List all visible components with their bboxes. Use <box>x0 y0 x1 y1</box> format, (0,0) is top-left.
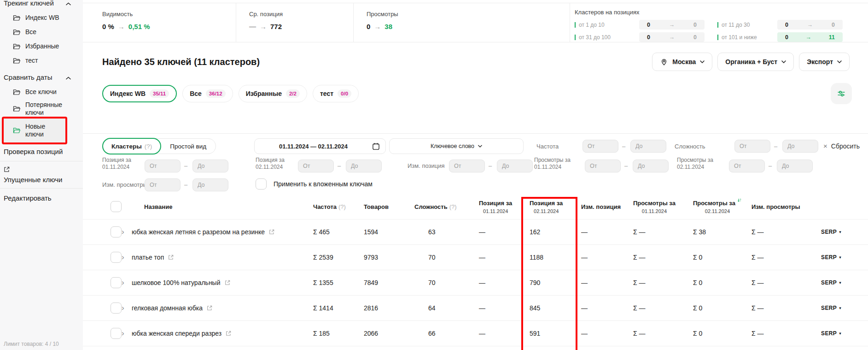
col-difficulty[interactable]: Сложность(?) <box>414 203 457 210</box>
row-checkbox[interactable] <box>111 252 122 263</box>
sidebar-group-tracking[interactable]: Трекинг ключей <box>0 0 83 11</box>
views1-from-input[interactable] <box>585 160 621 172</box>
views-change-from-input[interactable] <box>145 178 181 191</box>
cluster-pill: 0 → 0 <box>639 20 705 30</box>
keyword-name[interactable]: юбка женская летняя с разрезом на резинк… <box>132 228 265 236</box>
difficulty-value: 70 <box>414 279 479 286</box>
table-settings-button[interactable] <box>831 83 852 104</box>
frequency-value: Σ 1355 <box>313 279 364 286</box>
sidebar-link-edit[interactable]: Редактировать <box>0 189 83 207</box>
views2-from-input[interactable] <box>729 160 765 172</box>
sidebar-link-position-check[interactable]: Проверка позиций <box>0 142 83 160</box>
col-frequency[interactable]: Частота(?) <box>313 203 346 210</box>
sort-icon[interactable] <box>737 198 742 202</box>
views-change-to-input[interactable] <box>192 178 228 191</box>
traffic-type-button[interactable]: Органика + Буст <box>717 53 794 71</box>
serp-button[interactable]: SERP▾ <box>817 305 868 311</box>
keyword-name[interactable]: гелковая домнная юбка <box>132 304 203 312</box>
expand-chevron-icon[interactable]: › <box>122 305 124 311</box>
pos-change-to-input[interactable] <box>497 160 533 172</box>
expand-chevron-icon[interactable]: › <box>122 279 124 286</box>
difficulty-from-input[interactable] <box>734 140 770 153</box>
sidebar-link-missed-keys[interactable]: Упущенные ключи <box>0 162 69 188</box>
sidebar-group-compare-dates[interactable]: Сравнить даты <box>0 70 83 85</box>
difficulty-to-input[interactable] <box>782 140 818 153</box>
views1-to-input[interactable] <box>633 160 669 172</box>
row-checkbox[interactable] <box>111 303 122 314</box>
external-link-icon[interactable] <box>226 331 231 336</box>
sidebar-item-label: Все <box>25 28 36 36</box>
pos1-value: — <box>479 254 530 261</box>
sidebar-item-all-keys[interactable]: Все ключи <box>0 85 83 99</box>
view-mode-clusters[interactable]: Кластеры (?) <box>102 138 161 154</box>
col-views1[interactable]: Просмотры за01.11.2024 <box>633 200 676 214</box>
frequency-from-input[interactable] <box>583 140 618 153</box>
keyword-name[interactable]: юбка женская спереди разрез <box>132 330 221 337</box>
col-pos2[interactable]: Позиция за02.11.2024 <box>530 200 563 214</box>
external-link-icon[interactable] <box>207 305 212 311</box>
products-value: 2816 <box>364 304 414 312</box>
external-link-icon[interactable] <box>225 280 230 285</box>
frequency-value: Σ 465 <box>313 228 364 236</box>
expand-chevron-icon[interactable]: › <box>122 254 124 261</box>
table-row: › гелковая домнная юбка Σ 1414 2816 64 —… <box>83 296 868 321</box>
pos1-from-input[interactable] <box>145 160 181 172</box>
external-link-icon[interactable] <box>269 229 274 235</box>
col-views2[interactable]: Просмотры за02.11.2024 <box>693 200 742 214</box>
help-hint: (?) <box>449 203 457 210</box>
expand-chevron-icon[interactable]: › <box>122 229 124 235</box>
clusters-row: от 31 до 100 0 → 0 от 101 и ниже 0 → 11 <box>575 32 868 42</box>
keyword-select[interactable]: Ключевое слово <box>389 138 524 154</box>
pos-change-from-input[interactable] <box>449 160 485 172</box>
tab-count-badge: 35/11 <box>150 89 169 98</box>
caret-down-icon: ▾ <box>839 306 841 310</box>
col-products[interactable]: Товаров <box>364 203 389 210</box>
col-pos1[interactable]: Позиция за01.11.2024 <box>479 200 512 214</box>
views2-to-input[interactable] <box>777 160 813 172</box>
tab-all[interactable]: Все 36/12 <box>182 85 233 102</box>
serp-button[interactable]: SERP▾ <box>817 254 868 261</box>
chevron-down-icon <box>700 60 705 63</box>
views1-value: Σ — <box>633 254 693 261</box>
products-limit-label: Лимит товаров: 4 / 10 <box>4 341 59 347</box>
pos2-from-input[interactable] <box>298 160 334 172</box>
sidebar-item-lost-keys[interactable]: Потерянные ключи <box>0 99 83 119</box>
sidebar-item-index-wb[interactable]: Индекс WB <box>0 11 83 25</box>
sidebar-item-favorites[interactable]: Избранные <box>0 39 83 53</box>
frequency-to-input[interactable] <box>630 140 666 153</box>
sidebar-item-test[interactable]: тест <box>0 53 83 68</box>
export-button[interactable]: Экспорт <box>799 53 850 71</box>
view-mode-simple[interactable]: Простой вид <box>161 143 216 150</box>
tab-favorites[interactable]: Избранные 2/2 <box>239 85 307 102</box>
help-hint[interactable]: (?) <box>145 143 152 150</box>
sidebar-item-all[interactable]: Все <box>0 25 83 39</box>
views-to: 38 <box>384 23 392 30</box>
city-button[interactable]: Москва <box>652 53 712 71</box>
tab-test[interactable]: тест 0/0 <box>313 85 359 102</box>
select-all-checkbox[interactable] <box>111 201 122 212</box>
tab-index-wb[interactable]: Индекс WB 35/11 <box>102 85 177 102</box>
frequency-value: Σ 185 <box>313 330 364 337</box>
apply-nested-checkbox[interactable] <box>256 178 267 190</box>
pos2-to-input[interactable] <box>346 160 382 172</box>
serp-button[interactable]: SERP▾ <box>817 330 868 337</box>
pos1-to-input[interactable] <box>192 160 228 172</box>
products-value: 9793 <box>364 254 414 261</box>
keyword-name[interactable]: шелковое 100% натуральный <box>132 279 221 286</box>
reset-filters-button[interactable]: × Сбросить <box>823 142 860 150</box>
col-views-change[interactable]: Изм. просмотры <box>751 203 800 210</box>
date-range-picker[interactable]: 01.11.2024 — 02.11.2024 <box>254 138 386 154</box>
external-link-icon[interactable] <box>168 255 174 260</box>
keyword-name[interactable]: платье топ <box>132 254 164 261</box>
row-checkbox[interactable] <box>111 328 122 339</box>
row-checkbox[interactable] <box>111 277 122 288</box>
row-checkbox[interactable] <box>111 226 122 237</box>
expand-chevron-icon[interactable]: › <box>122 330 124 337</box>
col-pos-change[interactable]: Изм. позиция <box>581 203 621 210</box>
serp-button[interactable]: SERP▾ <box>817 279 868 286</box>
table-row: › юбка женская спереди разрез Σ 185 2066… <box>83 321 868 346</box>
table-row: › платье топ Σ 2539 9793 70 — 1188 — Σ —… <box>83 245 868 270</box>
col-name[interactable]: Название <box>144 203 172 210</box>
serp-button[interactable]: SERP▾ <box>817 229 868 235</box>
sidebar-item-new-keys[interactable]: Новые ключи <box>0 119 66 142</box>
